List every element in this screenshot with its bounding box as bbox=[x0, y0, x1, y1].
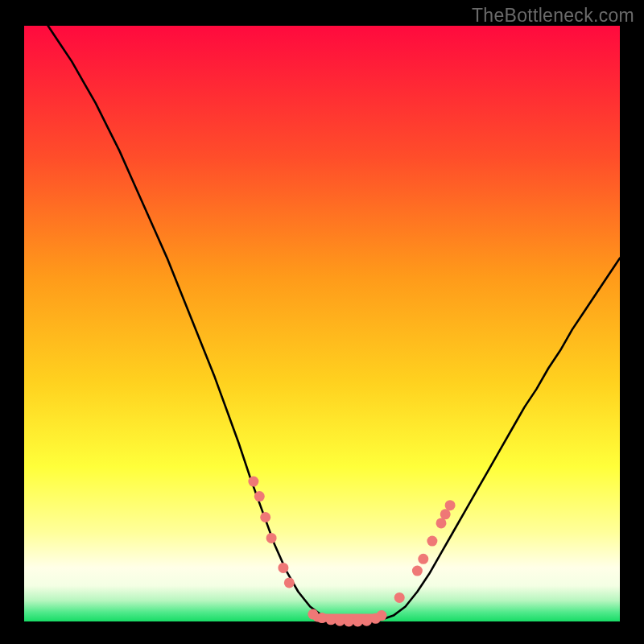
marker-dot bbox=[377, 610, 387, 621]
marker-dot bbox=[278, 563, 288, 573]
marker-dot bbox=[418, 554, 428, 564]
marker-dot bbox=[317, 613, 328, 623]
marker-dot bbox=[284, 577, 295, 588]
chart-container: TheBottleneck.com bbox=[0, 0, 644, 644]
marker-dot bbox=[308, 609, 318, 620]
marker-dot bbox=[254, 491, 265, 502]
marker-dot bbox=[248, 477, 258, 487]
marker-dot bbox=[440, 509, 451, 519]
marker-dot bbox=[326, 614, 336, 625]
chart-svg bbox=[0, 0, 644, 644]
marker-dot bbox=[260, 512, 270, 522]
marker-dot bbox=[335, 616, 345, 626]
marker-dot bbox=[353, 617, 363, 627]
plot-background bbox=[24, 26, 620, 621]
marker-dot bbox=[361, 616, 372, 626]
marker-dot bbox=[412, 566, 423, 576]
marker-dot bbox=[394, 592, 405, 603]
marker-dot bbox=[266, 533, 277, 543]
watermark-text: TheBottleneck.com bbox=[472, 5, 634, 27]
marker-dot bbox=[344, 617, 354, 627]
marker-dot bbox=[427, 536, 437, 547]
marker-dot bbox=[445, 500, 456, 510]
marker-dot bbox=[436, 518, 447, 528]
